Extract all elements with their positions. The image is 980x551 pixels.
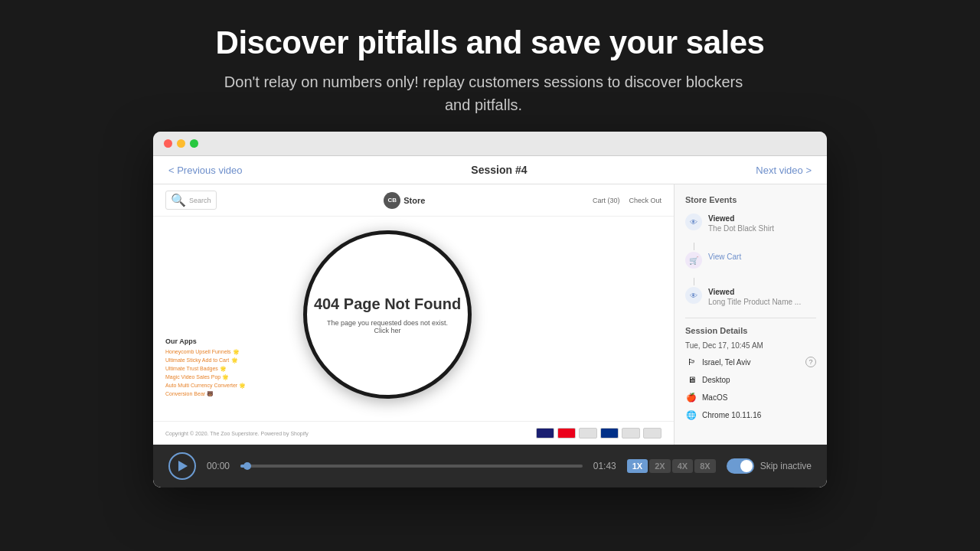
- app-item: Magic Video Sales Pop 🌟: [165, 373, 246, 380]
- app-item: Auto Multi Currency Converter 🌟: [165, 382, 246, 389]
- event-text-1: Viewed The Dot Black Shirt: [708, 214, 774, 233]
- mastercard-icon: [557, 428, 576, 439]
- browser-text: Chrome 10.11.16: [702, 411, 761, 419]
- next-video-link[interactable]: Next video >: [756, 165, 812, 176]
- cart-icon: 🛒: [685, 252, 702, 269]
- speed-4x[interactable]: 4X: [672, 459, 693, 473]
- view-icon-3: 👁: [685, 287, 702, 304]
- event-label-3: Viewed: [708, 287, 801, 297]
- skip-inactive-toggle[interactable]: Skip inactive: [727, 458, 812, 474]
- browser-close-dot[interactable]: [164, 139, 172, 148]
- page-title: Discover pitfalls and save your sales: [216, 24, 765, 61]
- store-header: 🔍 Search CB Store Cart (30) Check Out: [153, 184, 674, 217]
- location-row: 🏳 Israel, Tel Aviv ?: [685, 356, 816, 368]
- browser-chrome: [153, 132, 827, 156]
- store-bottom: Copyright © 2020. The Zoo Superstore. Po…: [153, 421, 674, 445]
- logo-text: Store: [403, 196, 425, 205]
- page-subtitle: Don't relay on numbers only! replay cust…: [216, 70, 752, 116]
- sidebar-panel: Store Events 👁 Viewed The Dot Black Shir…: [674, 184, 827, 445]
- session-date: Tue, Dec 17, 10:45 AM: [685, 341, 816, 350]
- location-text: Israel, Tel Aviv: [702, 358, 751, 367]
- event-item-3: 👁 Viewed Long Title Product Name ...: [685, 287, 816, 307]
- event-label-1: Viewed: [708, 214, 774, 223]
- search-icon: 🔍: [171, 193, 186, 207]
- search-placeholder: Search: [189, 197, 211, 204]
- video-area: 🔍 Search CB Store Cart (30) Check Out 40…: [153, 184, 674, 445]
- prev-video-link[interactable]: < Previous video: [168, 165, 242, 176]
- event-item-2: 🛒 View Cart: [685, 252, 816, 269]
- desktop-icon: 🖥: [685, 373, 697, 386]
- event-item-1: 👁 Viewed The Dot Black Shirt: [685, 214, 816, 233]
- logo-icon: CB: [384, 192, 400, 209]
- device-text: Desktop: [702, 376, 730, 384]
- skip-inactive-label: Skip inactive: [760, 461, 812, 471]
- connector-1: [694, 243, 694, 250]
- session-nav: < Previous video Session #4 Next video >: [153, 156, 827, 184]
- app-item: Honeycomb Upsell Funnels 🌟: [165, 348, 246, 355]
- apple-icon: 🍎: [685, 391, 697, 403]
- main-content: 🔍 Search CB Store Cart (30) Check Out 40…: [153, 184, 827, 445]
- view-icon-1: 👁: [685, 214, 702, 230]
- app-item: Ultimate Sticky Add to Cart 🌟: [165, 357, 246, 364]
- visa-icon: [536, 428, 554, 439]
- store-search: 🔍 Search: [165, 191, 217, 210]
- magnifier-404-subtitle: The page you requested does not exist. C…: [307, 319, 468, 334]
- event-detail-3: Long Title Product Name ...: [708, 298, 801, 306]
- os-text: MacOS: [702, 393, 727, 402]
- time-total: 01:43: [593, 461, 616, 471]
- payment-icons: [536, 428, 662, 439]
- magnifier-404-text: 404 Page Not Found: [314, 295, 461, 313]
- browser-window: < Previous video Session #4 Next video >…: [153, 132, 827, 487]
- checkout-link[interactable]: Check Out: [629, 197, 662, 204]
- events-section-title: Store Events: [685, 195, 816, 204]
- event-detail-1: The Dot Black Shirt: [708, 224, 774, 233]
- chrome-icon: 🌐: [685, 409, 697, 421]
- toggle-knob: [740, 460, 753, 472]
- help-icon[interactable]: ?: [805, 357, 816, 367]
- player-controls: 00:00 01:43 1X 2X 4X 8X Skip inactive: [153, 445, 827, 487]
- store-nav-right: Cart (30) Check Out: [593, 197, 662, 204]
- payment-icon-3: [579, 428, 597, 439]
- location-icon: 🏳: [685, 356, 697, 368]
- speed-1x[interactable]: 1X: [627, 459, 648, 473]
- store-mockup: 🔍 Search CB Store Cart (30) Check Out 40…: [153, 184, 674, 445]
- payment-icon-6: [643, 428, 662, 439]
- browser-minimize-dot[interactable]: [177, 139, 185, 148]
- connector-2: [694, 278, 694, 285]
- session-title: Session #4: [471, 164, 527, 176]
- os-row: 🍎 MacOS: [685, 391, 816, 403]
- magnifier-overlay: 404 Page Not Found The page you requeste…: [303, 230, 472, 399]
- device-row: 🖥 Desktop: [685, 373, 816, 386]
- app-item: Conversion Bear 🐻: [165, 390, 246, 397]
- play-icon: [178, 461, 188, 471]
- speed-2x[interactable]: 2X: [649, 459, 670, 473]
- payment-icon-5: [622, 428, 640, 439]
- cart-link[interactable]: Cart (30): [593, 197, 620, 204]
- speed-8x[interactable]: 8X: [694, 459, 715, 473]
- event-text-2: View Cart: [708, 252, 741, 262]
- event-text-3: Viewed Long Title Product Name ...: [708, 287, 801, 307]
- paypal-icon: [600, 428, 619, 439]
- speed-controls: 1X 2X 4X 8X: [627, 459, 716, 473]
- toggle-switch[interactable]: [727, 458, 754, 474]
- store-apps: Our Apps Honeycomb Upsell Funnels 🌟 Ulti…: [165, 337, 246, 399]
- store-logo: CB Store: [384, 192, 425, 209]
- progress-dot: [243, 462, 251, 470]
- session-details-title: Session Details: [685, 318, 816, 335]
- view-cart-link[interactable]: View Cart: [708, 253, 741, 261]
- copyright-text: Copyright © 2020. The Zoo Superstore. Po…: [165, 431, 309, 436]
- apps-title: Our Apps: [165, 337, 246, 345]
- time-current: 00:00: [207, 461, 230, 471]
- play-button[interactable]: [168, 452, 196, 480]
- app-item: Ultimate Trust Badges 🌟: [165, 365, 246, 372]
- progress-bar[interactable]: [240, 465, 583, 468]
- browser-row: 🌐 Chrome 10.11.16: [685, 409, 816, 421]
- browser-maximize-dot[interactable]: [190, 139, 198, 148]
- page-header: Discover pitfalls and save your sales Do…: [201, 0, 780, 132]
